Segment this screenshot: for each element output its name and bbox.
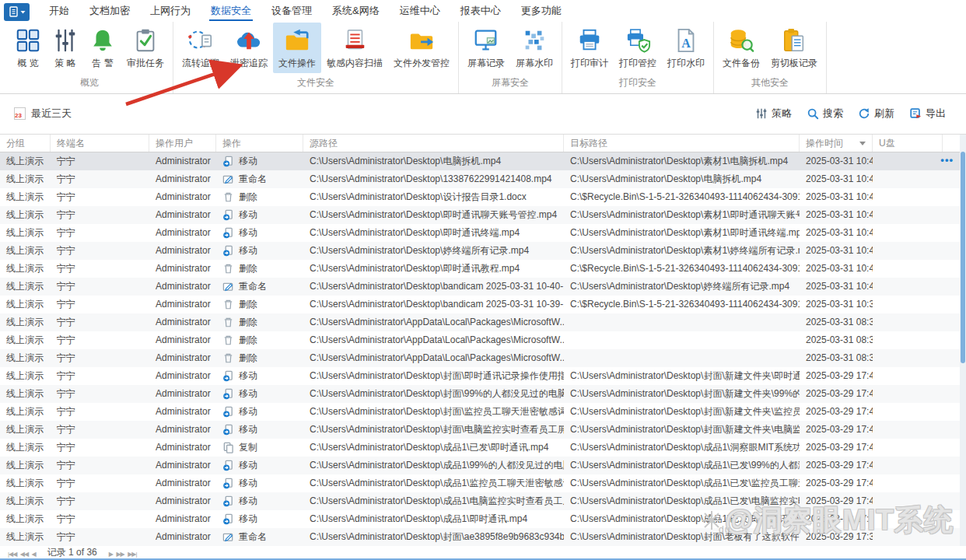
date-range-filter[interactable]: 23 最近三天 [14,107,72,121]
row-actions-button[interactable]: ••• [940,152,954,168]
column-header-6[interactable]: 目标路径 [564,135,800,152]
toolbar-action-label: 刷新 [874,107,894,121]
scrollbar-thumb[interactable] [961,152,965,363]
cell-group: 线上演示 [0,349,51,367]
menu-tab-7[interactable]: 运维中心 [390,0,450,22]
pager-prev-2-button[interactable]: ◀◀ [20,551,28,558]
table-row[interactable]: 线上演示宁宁Administrator移动C:\Users\Administra… [0,510,966,528]
table-row[interactable]: 线上演示宁宁Administrator移动C:\Users\Administra… [0,224,966,242]
toolbar-action-export[interactable]: 导出 [909,107,946,121]
toolbar-action-search[interactable]: 搜索 [807,107,843,121]
pager-next-1-button[interactable]: ▶ [109,551,113,558]
table-row[interactable]: 线上演示宁宁Administrator移动C:\Users\Administra… [0,367,966,385]
column-header-1[interactable]: 分组 [0,135,51,152]
table-row[interactable]: 线上演示宁宁Administrator移动C:\Users\Administra… [0,492,966,510]
column-header-4[interactable]: 操作 [216,135,303,152]
column-header-2[interactable]: 终端名 [51,135,149,152]
menu-tab-4[interactable]: 数据安全 [201,0,261,22]
menu-tab-5[interactable]: 设备管理 [261,0,322,22]
ribbon-button-clipboard-record[interactable]: 剪切板记录 [765,23,823,73]
ribbon-button-print-watermark[interactable]: A打印水印 [662,23,710,73]
ribbon-button-label: 概 览 [17,57,38,70]
table-row[interactable]: 线上演示宁宁Administrator重命名C:\Users\Administr… [0,528,966,546]
cell-user: Administrator [149,403,216,421]
pager-prev-3-button[interactable]: ◀ [32,551,36,558]
pager-next-2-button[interactable]: ▶▶ [116,551,124,558]
cell-usb [873,457,943,474]
column-header-3[interactable]: 操作用户 [149,135,216,152]
ribbon-button-screen-record[interactable]: 屏幕记录 [462,23,510,73]
menu-tab-1[interactable]: 开始 [39,0,79,22]
column-header-5[interactable]: 源路径 [303,135,564,152]
table-row[interactable]: 线上演示宁宁Administrator删除C:\Users\Administra… [0,349,966,367]
cell-terminal: 宁宁 [51,206,149,224]
ribbon-button-alert-bell[interactable]: 告 警 [84,23,121,73]
menu-tab-8[interactable]: 报表中心 [450,0,511,22]
ribbon-button-print-control[interactable]: 打印管控 [614,23,662,73]
operation-label: 删除 [239,188,257,206]
cell-operation: 移动 [216,206,303,224]
vertical-scrollbar[interactable] [960,135,966,546]
menu-tab-2[interactable]: 文档加密 [79,0,140,22]
table-row[interactable]: 线上演示宁宁Administrator删除C:\Users\Administra… [0,313,966,331]
ribbon-button-approval[interactable]: 审批任务 [121,23,170,73]
table-row[interactable]: 线上演示宁宁Administrator删除C:\Users\Administra… [0,331,966,349]
pager-next-group: ▶ ▶▶ ▶▶| [109,545,137,559]
cell-group: 线上演示 [0,296,51,313]
ribbon-button-print-audit[interactable]: 打印审计 [565,23,614,73]
ribbon-button-screen-watermark[interactable]: 屏幕水印 [510,23,558,73]
ribbon-button-sensitive-scan[interactable]: 敏感内容扫描 [321,23,388,73]
menu-tab-3[interactable]: 上网行为 [140,0,201,22]
table-row[interactable]: 线上演示宁宁Administrator移动C:\Users\Administra… [0,457,966,474]
app-menu-button[interactable] [4,3,30,21]
table-row[interactable]: 线上演示宁宁Administrator移动C:\Users\Administra… [0,385,966,403]
cell-group: 线上演示 [0,385,51,403]
table-row[interactable]: 线上演示宁宁Administrator移动C:\Users\Administra… [0,421,966,439]
cell-terminal: 宁宁 [51,170,149,188]
ribbon-button-label: 打印水印 [667,57,705,70]
column-header-7[interactable]: 操作时间 [800,135,873,152]
ribbon-group-label: 屏幕安全 [462,76,558,93]
cell-group: 线上演示 [0,242,51,260]
filter-caret-icon[interactable] [859,142,866,145]
table-row[interactable]: 线上演示宁宁Administrator重命名C:\Users\Administr… [0,278,966,296]
ribbon-button-trace-flow[interactable]: 流转追溯 [177,23,225,73]
cell-terminal: 宁宁 [51,224,149,242]
cell-group: 线上演示 [0,170,51,188]
table-row[interactable]: 线上演示宁宁Administrator重命名C:\Users\Administr… [0,170,966,188]
table-row[interactable]: 线上演示宁宁Administrator复制C:\Users\Administra… [0,439,966,457]
copy-icon [222,442,234,453]
cell-user: Administrator [149,421,216,439]
table-row[interactable]: 线上演示宁宁Administrator移动C:\Users\Administra… [0,474,966,492]
cell-operation: 移动 [216,492,303,510]
cell-usb [873,421,943,439]
ribbon-button-file-outgoing[interactable]: 文件外发管控 [388,23,455,73]
column-header-8[interactable]: U盘 [873,135,943,152]
cell-user: Administrator [149,296,216,313]
cell-user: Administrator [149,367,216,385]
move-icon [222,227,234,239]
move-icon [222,424,234,436]
toolbar-action-refresh[interactable]: 刷新 [858,107,894,121]
table-row[interactable]: 线上演示宁宁Administrator删除C:\Users\Administra… [0,188,966,206]
ribbon-button-file-ops[interactable]: 文件操作 [273,23,321,73]
table-row[interactable]: 线上演示宁宁Administrator移动C:\Users\Administra… [0,403,966,421]
table-row[interactable]: 线上演示宁宁Administrator移动C:\Users\Administra… [0,242,966,260]
table-row[interactable]: 线上演示宁宁Administrator移动C:\Users\Administra… [0,152,966,170]
table-row[interactable]: 线上演示宁宁Administrator移动C:\Users\Administra… [0,206,966,224]
operation-label: 复制 [239,439,257,457]
table-row[interactable]: 线上演示宁宁Administrator删除C:\Users\Administra… [0,296,966,313]
ribbon-button-file-backup[interactable]: 文件备份 [717,23,765,73]
menu-tab-6[interactable]: 系统&网络 [322,0,390,22]
ribbon-button-overview[interactable]: 概 览 [9,23,47,73]
pager-prev-1-button[interactable]: |◀◀ [8,551,16,558]
toolbar-action-sliders-sm[interactable]: 策略 [755,107,792,121]
table-row[interactable]: 线上演示宁宁Administrator删除C:\Users\Administra… [0,260,966,278]
menu-tab-9[interactable]: 更多功能 [511,0,572,22]
ribbon-button-policy[interactable]: 策 略 [47,23,84,73]
ribbon-button-leak-trace[interactable]: 泄密追踪 [225,23,273,73]
cell-operation: 移动 [216,457,303,474]
pager-next-3-button[interactable]: ▶▶| [128,551,136,558]
cell-terminal: 宁宁 [51,403,149,421]
ribbon-button-label: 审批任务 [127,57,164,70]
